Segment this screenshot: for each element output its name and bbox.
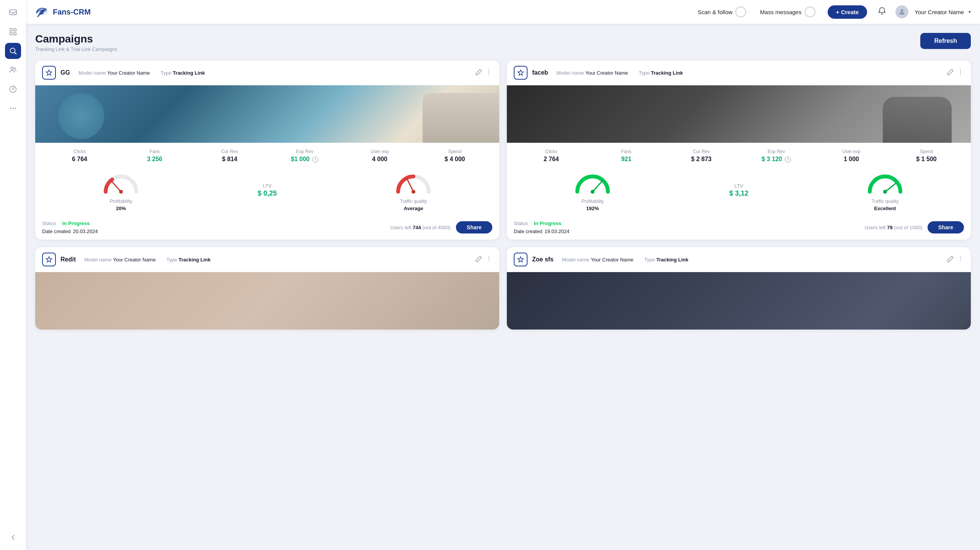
logo: Fans-CRM — [35, 7, 96, 17]
scan-follow-circle[interactable] — [735, 7, 746, 17]
svg-point-24 — [960, 73, 961, 74]
sidebar-item-fans[interactable] — [5, 62, 21, 78]
card-header-redit: Redit Model name Your Creator Name Type … — [35, 247, 499, 272]
footer-date-row-faceb: Date created 19.03.2024 — [514, 228, 570, 234]
svg-point-31 — [488, 260, 489, 261]
footer-date-row-gg: Date created 20.03.2024 — [42, 228, 98, 234]
stat-exprev-faceb: Exp Rev $ 3 120 i — [739, 149, 814, 163]
logo-icon — [35, 7, 50, 17]
footer-status-row-gg: Status In Progress — [42, 220, 98, 226]
card-actions-zoesfs — [947, 255, 964, 264]
more-icon-redit[interactable] — [485, 255, 492, 264]
stat-spend-gg: Spend $ 4 000 — [417, 149, 492, 163]
svg-rect-1 — [10, 29, 12, 31]
notification-bell-icon[interactable] — [878, 7, 886, 17]
card-header-faceb: faceb Model name Your Creator Name Type … — [507, 60, 971, 85]
svg-point-15 — [488, 69, 489, 70]
footer-left-gg: Status In Progress Date created 20.03.20… — [42, 220, 98, 234]
stat-userexp-gg: User exp 4 000 — [342, 149, 417, 163]
footer-right-gg: Users left 744 (out of 4000) Share — [390, 221, 492, 233]
user-name: Your Creator Name — [915, 9, 964, 15]
traffic-quality-svg-gg — [392, 169, 434, 196]
type-label-zoesfs: Type Tracking Link — [644, 257, 689, 263]
share-button-faceb[interactable]: Share — [928, 221, 964, 233]
sidebar-back-button[interactable] — [5, 529, 21, 545]
model-name-value-faceb: Your Creator Name — [585, 70, 628, 76]
status-value-faceb: In Progress — [534, 220, 562, 226]
stats-row-faceb: Clicks 2 764 Fans 921 Cur Rev $ 2 873 Ex… — [507, 143, 971, 166]
pin-icon-gg — [42, 66, 56, 80]
svg-point-19 — [119, 190, 123, 194]
sidebar-item-analytics[interactable] — [5, 81, 21, 97]
sidebar — [0, 0, 26, 550]
stat-currev-gg: Cur Rev $ 814 — [192, 149, 267, 163]
svg-line-18 — [111, 181, 121, 192]
refresh-button[interactable]: Refresh — [920, 33, 971, 49]
model-name-value-gg: Your Creator Name — [107, 70, 150, 76]
stats-row-gg: Clicks 6 764 Fans 3 256 Cur Rev $ 814 Ex… — [35, 143, 499, 166]
model-name-label-gg: Model name Your Creator Name — [78, 70, 150, 76]
campaign-name-zoesfs: Zoe sfs — [532, 256, 554, 263]
svg-point-16 — [488, 71, 489, 72]
card-actions-faceb — [947, 69, 964, 77]
info-icon-faceb[interactable]: i — [785, 157, 791, 163]
card-image-gg — [35, 85, 499, 143]
profitability-svg-gg — [100, 169, 142, 196]
svg-point-22 — [960, 69, 961, 70]
campaign-card-zoesfs: Zoe sfs Model name Your Creator Name Typ… — [507, 247, 971, 330]
sidebar-item-more[interactable] — [5, 100, 21, 116]
edit-icon-gg[interactable] — [475, 69, 482, 77]
edit-icon-faceb[interactable] — [947, 69, 954, 77]
avatar — [895, 5, 908, 18]
svg-rect-2 — [14, 29, 16, 31]
svg-rect-4 — [14, 33, 16, 35]
stat-exprev-gg: Exp Rev $1 000 i — [267, 149, 342, 163]
svg-point-11 — [12, 108, 14, 109]
more-icon-zoesfs[interactable] — [957, 255, 964, 264]
edit-icon-redit[interactable] — [475, 255, 482, 264]
create-button[interactable]: + Create — [828, 5, 867, 19]
card-footer-faceb: Status In Progress Date created 19.03.20… — [507, 217, 971, 240]
stat-clicks-faceb: Clicks 2 764 — [514, 149, 589, 163]
scan-follow-toggle[interactable]: Scan & follow — [697, 7, 746, 17]
more-icon-faceb[interactable] — [957, 69, 964, 77]
svg-point-13 — [37, 8, 48, 15]
profitability-gauge-gg: Profitability 20% — [100, 169, 142, 211]
svg-point-21 — [412, 190, 415, 194]
model-name-label-zoesfs: Model name Your Creator Name — [562, 257, 634, 263]
page-title: Campaigns — [35, 33, 117, 45]
campaign-name-faceb: faceb — [532, 69, 548, 76]
mass-messages-label: Mass messages — [760, 9, 801, 15]
mass-messages-circle[interactable] — [805, 7, 815, 17]
svg-point-7 — [14, 68, 16, 70]
svg-point-23 — [960, 71, 961, 72]
card-footer-gg: Status In Progress Date created 20.03.20… — [35, 217, 499, 240]
share-button-gg[interactable]: Share — [456, 221, 492, 233]
mass-messages-toggle[interactable]: Mass messages — [760, 7, 815, 17]
sidebar-item-campaigns[interactable] — [5, 24, 21, 40]
type-value-faceb: Tracking Link — [651, 70, 683, 76]
more-icon-gg[interactable] — [485, 69, 492, 77]
svg-point-34 — [960, 260, 961, 261]
type-label-faceb: Type Tracking Link — [639, 70, 683, 76]
svg-point-26 — [591, 190, 595, 194]
main-content: Campaigns Tracking Link & Trial Link Cam… — [26, 24, 980, 550]
card-image-zoesfs — [507, 272, 971, 330]
svg-point-32 — [960, 256, 961, 257]
app-name: Fans-CRM — [53, 8, 91, 16]
card-image-redit — [35, 272, 499, 330]
edit-icon-zoesfs[interactable] — [947, 255, 954, 264]
svg-point-29 — [488, 256, 489, 257]
traffic-quality-gauge-gg: Traffic quality Average — [392, 169, 434, 211]
info-icon-gg[interactable]: i — [312, 157, 318, 163]
user-menu[interactable]: Your Creator Name ▾ — [895, 5, 971, 18]
profitability-svg-faceb — [572, 169, 614, 196]
sidebar-item-search[interactable] — [5, 43, 21, 59]
profitability-gauge-faceb: Profitability 192% — [572, 169, 614, 211]
stat-currev-faceb: Cur Rev $ 2 873 — [664, 149, 739, 163]
sidebar-item-messages[interactable] — [5, 5, 21, 21]
stat-fans-gg: Fans 3 256 — [117, 149, 192, 163]
topnav: Fans-CRM Scan & follow Mass messages + C… — [26, 0, 980, 24]
page-header: Campaigns Tracking Link & Trial Link Cam… — [35, 33, 971, 52]
type-label-redit: Type Tracking Link — [167, 257, 211, 263]
